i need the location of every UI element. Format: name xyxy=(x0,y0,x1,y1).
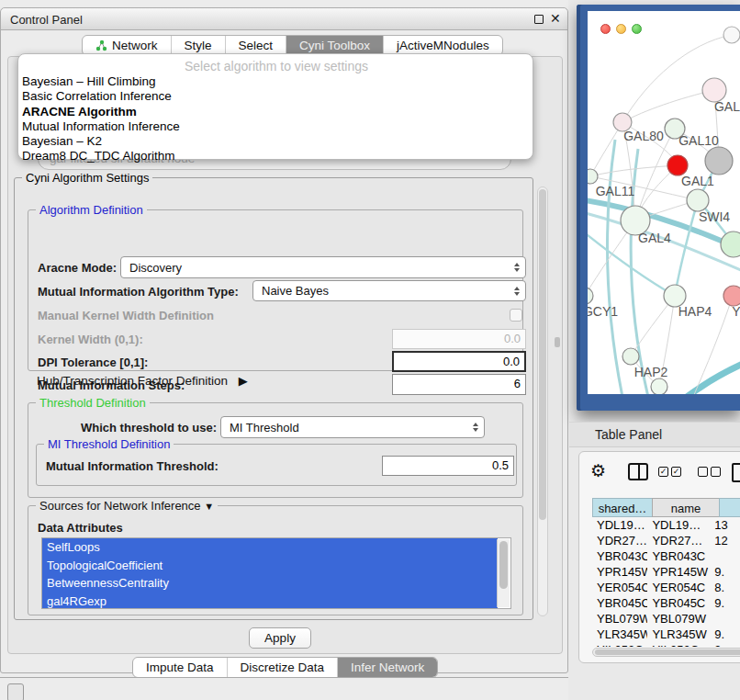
stepper-icon xyxy=(510,287,525,296)
table-cell: YBL079W xyxy=(647,611,710,627)
tab-jactivemnodules[interactable]: jActiveMNodules xyxy=(384,36,502,55)
column-header-name[interactable]: name xyxy=(652,498,720,517)
network-node[interactable] xyxy=(705,147,733,175)
columns-icon[interactable] xyxy=(628,463,648,480)
table-hscrollbar[interactable] xyxy=(592,648,740,657)
dpi-tolerance-field[interactable]: 0.0 xyxy=(392,351,526,372)
kernel-width-field[interactable]: 0.0 xyxy=(392,329,526,349)
tab-cyni-toolbox[interactable]: Cyni Toolbox xyxy=(286,36,384,55)
minimize-traffic-light-icon[interactable] xyxy=(616,24,626,34)
algorithm-option[interactable]: Bayesian – Hill Climbing xyxy=(20,74,533,89)
tab-label: Style xyxy=(185,39,212,52)
algorithm-option[interactable]: Bayesian – K2 xyxy=(20,134,533,149)
network-node-gal1[interactable] xyxy=(687,189,709,211)
table-cell: 9. xyxy=(710,595,740,611)
zoom-traffic-light-icon[interactable] xyxy=(632,24,642,34)
table-row[interactable]: YBR043CYBR043C xyxy=(592,548,740,564)
table-cell: YDL19… xyxy=(592,517,647,533)
attribute-item[interactable]: BetweennessCentrality xyxy=(42,574,498,593)
import-table-icon[interactable] xyxy=(732,463,740,482)
network-node-swi4[interactable] xyxy=(721,231,740,257)
settings-scrollbar[interactable] xyxy=(537,186,548,616)
mi-steps-field[interactable]: 6 xyxy=(392,374,526,395)
network-node[interactable] xyxy=(651,378,667,394)
table-cell: YIL052C xyxy=(647,642,710,647)
splitter-handle-icon[interactable] xyxy=(555,337,560,347)
network-graph: GALGAL80GAL10GAL1GAL11GAL4SWI4GCY1HAP4YH… xyxy=(588,11,740,394)
attribute-item[interactable]: SelfLoops xyxy=(42,538,498,557)
node-label: GAL xyxy=(714,99,740,114)
mi-algo-type-combo[interactable]: Naive Bayes xyxy=(252,280,526,301)
algorithm-option[interactable]: Basic Correlation Inference xyxy=(20,89,533,104)
dpi-tolerance-label: DPI Tolerance [0,1]: xyxy=(38,356,148,369)
aracne-mode-label: Aracne Mode: xyxy=(38,261,117,275)
select-all-columns-icon[interactable]: ✓✓ xyxy=(658,467,681,477)
panel-corner-button[interactable] xyxy=(7,683,24,700)
scrollbar-thumb[interactable] xyxy=(539,189,546,520)
close-window-icon[interactable]: ✕ xyxy=(550,11,561,26)
table-row[interactable]: YBL079WYBL079W xyxy=(592,611,740,627)
hub-definition-label: Hub/Transcription Factor Definition xyxy=(37,374,228,388)
table-cell: YDR27… xyxy=(647,533,710,548)
stepper-icon xyxy=(510,263,525,272)
tab-infer-network[interactable]: Infer Network xyxy=(338,658,437,677)
sources-title[interactable]: Sources for Network Inference ▼ xyxy=(36,499,218,513)
sources-title-label: Sources for Network Inference xyxy=(39,499,201,513)
network-canvas[interactable]: GALGAL80GAL10GAL1GAL11GAL4SWI4GCY1HAP4YH… xyxy=(588,11,740,394)
network-node[interactable] xyxy=(667,155,688,175)
network-node-gal11[interactable] xyxy=(588,169,598,184)
table-row[interactable]: YIL052CYIL052C9 xyxy=(592,642,740,647)
algorithm-items: Bayesian – Hill ClimbingBasic Correlatio… xyxy=(20,74,533,164)
table-cell: YPR145W xyxy=(647,564,710,580)
manual-kernel-label: Manual Kernel Width Definition xyxy=(38,309,214,322)
tab-style[interactable]: Style xyxy=(172,36,226,55)
table-cell: YLR345W xyxy=(647,627,710,642)
table-row[interactable]: YLR345WYLR345W9. xyxy=(592,627,740,642)
column-header-shared-name[interactable]: shared… xyxy=(592,498,653,517)
network-node-hap2[interactable] xyxy=(622,348,639,365)
tab-discretize-data[interactable]: Discretize Data xyxy=(228,658,339,677)
control-panel-window: Control Panel ✕ Network Style Select Cyn… xyxy=(0,7,568,673)
table-cell: 8. xyxy=(710,580,740,595)
attributes-scrollbar[interactable] xyxy=(497,539,510,607)
table-row[interactable]: YER054CYER054C8. xyxy=(592,580,740,595)
attribute-item[interactable]: TopologicalCoefficient xyxy=(42,557,498,575)
deselect-all-columns-icon[interactable] xyxy=(698,467,721,477)
expand-right-icon: ▶ xyxy=(239,374,248,388)
node-label: GCY1 xyxy=(588,304,618,319)
node-label: HAP2 xyxy=(634,365,668,379)
algorithm-option[interactable]: Mutual Information Inference xyxy=(20,119,533,134)
tab-network[interactable]: Network xyxy=(83,36,172,55)
table-panel-title: Table Panel xyxy=(595,427,662,442)
apply-button[interactable]: Apply xyxy=(249,627,311,649)
table-cell: 13 xyxy=(710,517,740,533)
table-row[interactable]: YPR145WYPR145W9. xyxy=(592,564,740,580)
column-header-partial[interactable]: A xyxy=(719,498,740,517)
tab-label: jActiveMNodules xyxy=(397,39,489,52)
which-threshold-combo[interactable]: MI Threshold xyxy=(220,416,485,438)
tab-label: Infer Network xyxy=(351,660,424,674)
algorithm-option[interactable]: ARACNE Algorithm xyxy=(20,105,533,119)
close-traffic-light-icon[interactable] xyxy=(600,24,611,34)
tab-impute-data[interactable]: Impute Data xyxy=(133,658,228,677)
scrollbar-thumb[interactable] xyxy=(499,541,508,589)
node-label: GAL11 xyxy=(596,184,635,198)
scrollbar-thumb[interactable] xyxy=(595,649,740,655)
table-row[interactable]: YDR27…YDR27…12 xyxy=(592,533,740,548)
aracne-mode-combo[interactable]: Discovery xyxy=(120,256,526,278)
algorithm-option[interactable]: Dream8 DC_TDC Algorithm xyxy=(20,149,533,164)
network-node-y[interactable] xyxy=(723,286,740,306)
tab-select[interactable]: Select xyxy=(226,36,287,55)
table-row[interactable]: YDL19…YDL19…13 xyxy=(592,517,740,533)
network-node[interactable] xyxy=(723,27,740,43)
mi-threshold-field[interactable]: 0.5 xyxy=(382,456,514,476)
float-window-icon[interactable] xyxy=(534,15,544,24)
manual-kernel-checkbox[interactable] xyxy=(510,309,522,322)
network-node-gcy1[interactable] xyxy=(588,288,593,304)
gear-icon[interactable]: ⚙ xyxy=(590,463,606,480)
combo-value: MI Threshold xyxy=(230,421,299,435)
table-row[interactable]: YBR045CYBR045C9. xyxy=(592,595,740,611)
hub-definition-toggle[interactable]: Hub/Transcription Factor Definition ▶ xyxy=(37,374,248,388)
mi-threshold-label: Mutual Information Threshold: xyxy=(46,459,219,473)
attribute-item[interactable]: gal4RGexp xyxy=(42,593,498,610)
